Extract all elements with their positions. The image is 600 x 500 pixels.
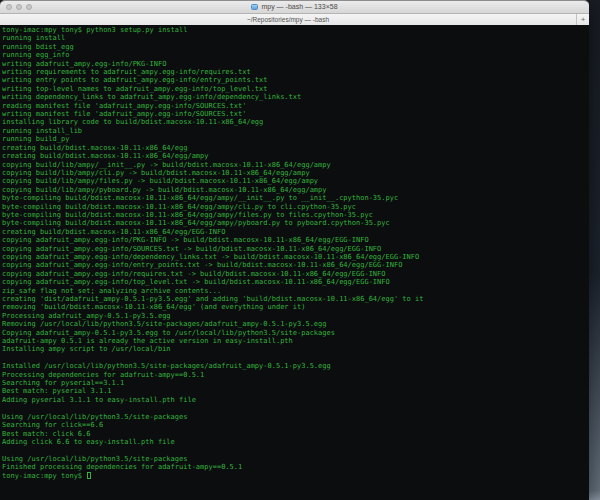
- terminal-content[interactable]: tony-imac:mpy tony$ python3 setup.py ins…: [0, 25, 589, 500]
- terminal-line: creating build/bdist.macosx-10.11-x86_64…: [2, 228, 589, 236]
- terminal-line: adafruit-ampy 0.5.1 is already the activ…: [2, 337, 589, 345]
- terminal-line: Removing /usr/local/lib/python3.5/site-p…: [2, 320, 589, 328]
- terminal-line: copying build/lib/ampy/cli.py -> build/b…: [2, 169, 589, 177]
- terminal-line: writing requirements to adafruit_ampy.eg…: [2, 68, 589, 76]
- terminal-output: tony-imac:mpy tony$ python3 setup.py ins…: [2, 26, 589, 472]
- terminal-line: Finished processing dependencies for ada…: [2, 463, 589, 471]
- terminal-line: Installing ampy script to /usr/local/bin: [2, 345, 589, 353]
- terminal-line: copying build/lib/ampy/__init__.py -> bu…: [2, 161, 589, 169]
- terminal-window: mpy — -bash — 133×58 ~/Repositories/mpy …: [0, 0, 589, 500]
- terminal-line: removing 'build/bdist.macosx-10.11-x86_6…: [2, 303, 589, 311]
- window-title: mpy — -bash — 133×58: [261, 1, 337, 13]
- terminal-line: writing entry points to adafruit_ampy.eg…: [2, 76, 589, 84]
- terminal-line: writing top-level names to adafruit_ampy…: [2, 85, 589, 93]
- terminal-line: Best match: click 6.6: [2, 430, 589, 438]
- terminal-doc-icon: [251, 4, 258, 10]
- terminal-line: copying adafruit_ampy.egg-info/dependenc…: [2, 253, 589, 261]
- tab-label: ~/Repositories/mpy — -bash: [247, 16, 329, 23]
- terminal-line: running install_lib: [2, 127, 589, 135]
- terminal-line: copying adafruit_ampy.egg-info/PKG-INFO …: [2, 236, 589, 244]
- new-tab-button[interactable]: +: [576, 14, 589, 25]
- terminal-line: running build_py: [2, 135, 589, 143]
- terminal-line: copying adafruit_ampy.egg-info/requires.…: [2, 270, 589, 278]
- terminal-line: copying adafruit_ampy.egg-info/SOURCES.t…: [2, 245, 589, 253]
- terminal-line: byte-compiling build/bdist.macosx-10.11-…: [2, 194, 589, 202]
- terminal-line: zip_safe flag not set; analyzing archive…: [2, 287, 589, 295]
- terminal-line: copying build/lib/ampy/pyboard.py -> bui…: [2, 186, 589, 194]
- terminal-line: Searching for click==6.6: [2, 421, 589, 429]
- terminal-line: creating 'dist/adafruit_ampy-0.5.1-py3.5…: [2, 295, 589, 303]
- terminal-line: running install: [2, 34, 589, 42]
- terminal-line: byte-compiling build/bdist.macosx-10.11-…: [2, 219, 589, 227]
- terminal-line: installing library code to build/bdist.m…: [2, 118, 589, 126]
- prompt-text: tony-imac:mpy tony$: [2, 472, 86, 480]
- terminal-line: [2, 446, 589, 454]
- terminal-line: Adding click 6.6 to easy-install.pth fil…: [2, 438, 589, 446]
- terminal-line: Copying adafruit_ampy-0.5.1-py3.5.egg to…: [2, 329, 589, 337]
- terminal-line: byte-compiling build/bdist.macosx-10.11-…: [2, 211, 589, 219]
- terminal-line: copying adafruit_ampy.egg-info/top_level…: [2, 278, 589, 286]
- terminal-line: writing dependency_links to adafruit_amp…: [2, 93, 589, 101]
- terminal-line: Processing dependencies for adafruit-amp…: [2, 371, 589, 379]
- terminal-prompt-line: tony-imac:mpy tony$: [2, 472, 589, 480]
- terminal-cursor: [87, 472, 91, 479]
- terminal-line: writing adafruit_ampy.egg-info/PKG-INFO: [2, 60, 589, 68]
- terminal-line: creating build/bdist.macosx-10.11-x86_64…: [2, 144, 589, 152]
- terminal-line: writing manifest file 'adafruit_ampy.egg…: [2, 110, 589, 118]
- terminal-line: [2, 404, 589, 412]
- terminal-line: Processing adafruit_ampy-0.5.1-py3.5.egg: [2, 312, 589, 320]
- terminal-line: creating build/bdist.macosx-10.11-x86_64…: [2, 152, 589, 160]
- terminal-line: copying build/lib/ampy/files.py -> build…: [2, 177, 589, 185]
- terminal-line: copying adafruit_ampy.egg-info/entry_poi…: [2, 261, 589, 269]
- terminal-line: Using /usr/local/lib/python3.5/site-pack…: [2, 455, 589, 463]
- terminal-line: Using /usr/local/lib/python3.5/site-pack…: [2, 413, 589, 421]
- tab-bash[interactable]: ~/Repositories/mpy — -bash: [0, 14, 576, 25]
- terminal-line: Adding pyserial 3.1.1 to easy-install.pt…: [2, 396, 589, 404]
- terminal-line: running bdist_egg: [2, 43, 589, 51]
- terminal-line: byte-compiling build/bdist.macosx-10.11-…: [2, 203, 589, 211]
- title-bar[interactable]: mpy — -bash — 133×58: [0, 1, 589, 14]
- terminal-line: Best match: pyserial 3.1.1: [2, 387, 589, 395]
- terminal-line: Installed /usr/local/lib/python3.5/site-…: [2, 362, 589, 370]
- terminal-line: [2, 354, 589, 362]
- title-area: mpy — -bash — 133×58: [0, 1, 589, 13]
- terminal-line: reading manifest file 'adafruit_ampy.egg…: [2, 102, 589, 110]
- terminal-line: running egg_info: [2, 51, 589, 59]
- terminal-line: tony-imac:mpy tony$ python3 setup.py ins…: [2, 26, 589, 34]
- terminal-line: Searching for pyserial==3.1.1: [2, 379, 589, 387]
